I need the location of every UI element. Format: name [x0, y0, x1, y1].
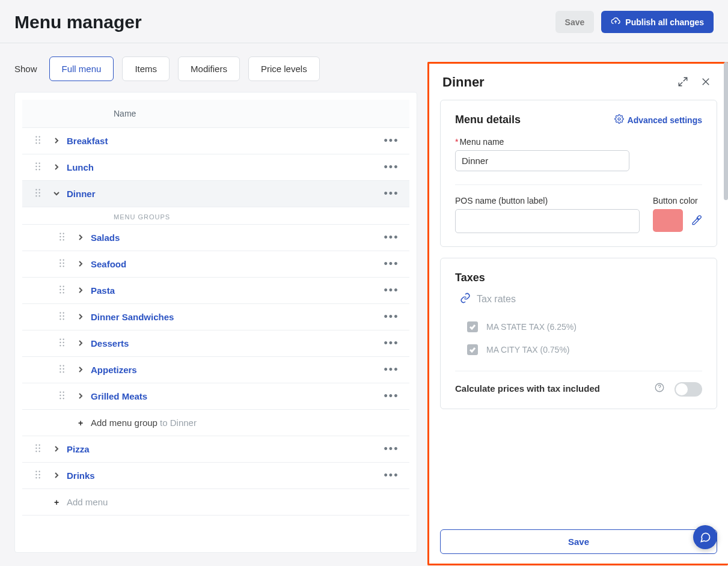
drag-handle-icon[interactable] [22, 189, 46, 199]
chat-fab[interactable] [693, 525, 717, 549]
tab-modifiers[interactable]: Modifiers [178, 56, 240, 81]
group-link[interactable]: Desserts [91, 338, 129, 348]
tax-included-label: Calculate prices with tax included [455, 382, 646, 396]
group-link[interactable]: Appetizers [91, 365, 137, 375]
svg-point-35 [60, 289, 61, 290]
row-actions-icon[interactable]: ••• [379, 337, 403, 350]
svg-point-41 [60, 315, 61, 317]
tax-item: MA CITY TAX (0.75%) [455, 338, 702, 361]
menu-link[interactable]: Lunch [67, 162, 94, 172]
chevron-right-icon[interactable] [70, 260, 91, 269]
chevron-right-icon[interactable] [46, 471, 67, 481]
svg-point-55 [60, 371, 61, 373]
group-link[interactable]: Salads [91, 233, 120, 243]
menu-row[interactable]: Breakfast ••• [22, 128, 409, 154]
row-actions-icon[interactable]: ••• [379, 284, 403, 297]
publish-all-button[interactable]: Publish all changes [601, 11, 714, 33]
row-actions-icon[interactable]: ••• [379, 443, 403, 455]
drag-handle-icon[interactable] [22, 470, 46, 481]
menu-link[interactable]: Dinner [67, 189, 96, 199]
menu-group-row[interactable]: Pasta ••• [22, 278, 409, 304]
svg-point-10 [38, 163, 40, 164]
advanced-settings-link[interactable]: Advanced settings [614, 114, 702, 126]
chevron-right-icon[interactable] [46, 445, 67, 454]
drag-handle-icon[interactable] [22, 312, 70, 322]
add-menu-row[interactable]: + Add menu [22, 489, 409, 516]
drag-handle-icon[interactable] [22, 233, 70, 243]
svg-point-3 [35, 136, 37, 138]
chevron-right-icon[interactable] [46, 163, 67, 172]
tax-rates-link[interactable]: Tax rates [460, 293, 702, 306]
drag-handle-icon[interactable] [22, 365, 70, 375]
menu-group-row[interactable]: Appetizers ••• [22, 357, 409, 383]
svg-point-22 [63, 233, 64, 234]
svg-point-54 [63, 368, 64, 370]
tax-item: MA STATE TAX (6.25%) [455, 315, 702, 338]
chevron-right-icon[interactable] [70, 339, 91, 348]
add-menu-group-row[interactable]: + Add menu group to Dinner [22, 410, 409, 436]
drag-handle-icon[interactable] [22, 285, 70, 296]
checkbox-checked-icon[interactable] [467, 344, 478, 355]
chevron-right-icon[interactable] [70, 392, 91, 401]
menu-link[interactable]: Breakfast [67, 136, 108, 146]
menu-row[interactable]: Lunch ••• [22, 154, 409, 181]
tab-items[interactable]: Items [122, 56, 170, 81]
pos-name-input[interactable] [455, 209, 640, 233]
row-actions-icon[interactable]: ••• [379, 390, 403, 403]
chevron-down-icon[interactable] [46, 189, 67, 199]
row-actions-icon[interactable]: ••• [379, 135, 403, 147]
color-swatch[interactable] [653, 209, 683, 232]
row-actions-icon[interactable]: ••• [379, 161, 403, 174]
menu-row[interactable]: Drinks ••• [22, 463, 409, 489]
chevron-right-icon[interactable] [70, 286, 91, 296]
close-icon[interactable] [700, 76, 715, 89]
menu-row[interactable]: Pizza ••• [22, 436, 409, 463]
publish-label: Publish all changes [625, 17, 704, 27]
chevron-right-icon[interactable] [70, 365, 91, 375]
tab-price-levels[interactable]: Price levels [248, 56, 320, 81]
side-save-button[interactable]: Save [440, 529, 717, 554]
menu-group-row[interactable]: Desserts ••• [22, 330, 409, 357]
menu-group-row[interactable]: Seafood ••• [22, 251, 409, 278]
row-actions-icon[interactable]: ••• [379, 364, 403, 376]
menu-group-row[interactable]: Salads ••• [22, 225, 409, 251]
svg-point-40 [63, 312, 64, 314]
row-actions-icon[interactable]: ••• [379, 231, 403, 244]
drag-handle-icon[interactable] [22, 259, 70, 269]
tax-included-toggle[interactable] [674, 382, 702, 397]
row-actions-icon[interactable]: ••• [379, 187, 403, 200]
menu-name-input[interactable] [455, 150, 629, 171]
svg-point-6 [38, 139, 40, 141]
drag-handle-icon[interactable] [22, 136, 46, 146]
menu-link[interactable]: Pizza [67, 444, 90, 454]
group-link[interactable]: Seafood [91, 259, 126, 269]
svg-point-25 [60, 239, 61, 240]
add-menu-label: Add menu [67, 497, 108, 507]
drag-handle-icon[interactable] [22, 162, 46, 172]
menu-group-row[interactable]: Grilled Meats ••• [22, 383, 409, 410]
expand-icon[interactable] [678, 76, 692, 89]
page-scrollbar[interactable] [724, 62, 728, 200]
eyedropper-icon[interactable] [690, 215, 702, 227]
drag-handle-icon[interactable] [22, 391, 70, 401]
button-color-label: Button color [653, 196, 702, 205]
drag-handle-icon[interactable] [22, 444, 46, 454]
svg-point-72 [38, 474, 40, 475]
row-actions-icon[interactable]: ••• [379, 311, 403, 323]
row-actions-icon[interactable]: ••• [379, 258, 403, 270]
row-actions-icon[interactable]: ••• [379, 469, 403, 482]
chevron-right-icon[interactable] [70, 312, 91, 322]
tab-full-menu[interactable]: Full menu [49, 56, 114, 81]
help-icon[interactable] [654, 382, 666, 395]
group-link[interactable]: Grilled Meats [91, 391, 147, 401]
taxes-heading: Taxes [455, 272, 702, 284]
group-link[interactable]: Dinner Sandwiches [91, 312, 174, 322]
chevron-right-icon[interactable] [46, 136, 67, 146]
menu-group-row[interactable]: Dinner Sandwiches ••• [22, 304, 409, 330]
chevron-right-icon[interactable] [70, 233, 91, 243]
drag-handle-icon[interactable] [22, 338, 70, 348]
group-link[interactable]: Pasta [91, 285, 115, 296]
menu-link[interactable]: Drinks [67, 470, 95, 481]
checkbox-checked-icon[interactable] [467, 321, 478, 332]
menu-row-selected[interactable]: Dinner ••• [22, 181, 409, 207]
